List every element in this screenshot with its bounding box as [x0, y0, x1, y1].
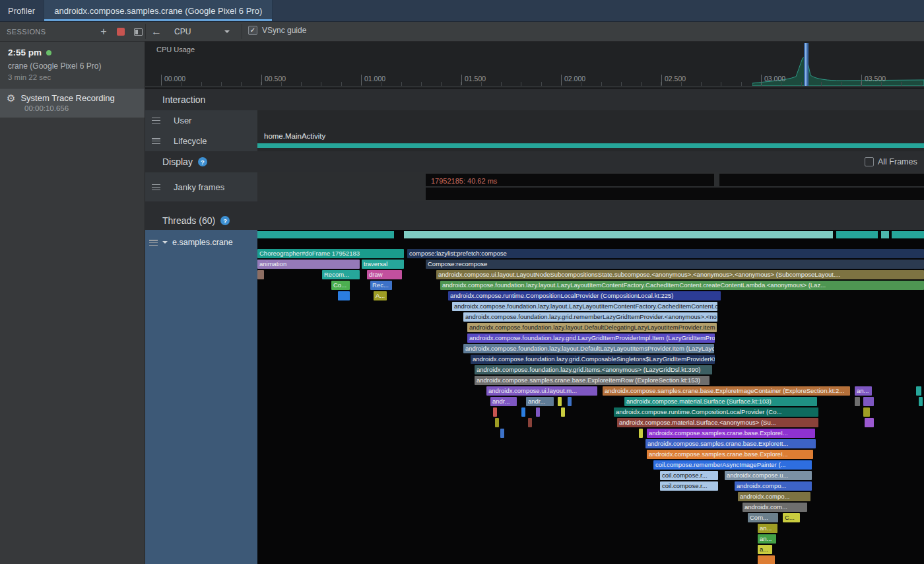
trace-span[interactable]: andr...: [490, 397, 517, 406]
help-icon[interactable]: ?: [220, 216, 230, 225]
trace-span[interactable]: coil.compose.r...: [660, 481, 718, 491]
trace-span[interactable]: draw: [367, 270, 402, 279]
trace-span[interactable]: androidx.compose.u...: [725, 471, 812, 480]
trace-span[interactable]: animation: [257, 260, 360, 269]
trace-span[interactable]: androidx.compose.foundation.lazy.grid.Co…: [471, 355, 715, 364]
trace-span[interactable]: [495, 418, 499, 427]
trace-span[interactable]: [561, 407, 565, 417]
help-icon[interactable]: ?: [198, 157, 207, 166]
vsync-guide-checkbox[interactable]: ✓ VSync guide: [248, 26, 306, 35]
add-session-button[interactable]: +: [96, 24, 111, 39]
thread-state-segment[interactable]: [836, 231, 878, 238]
lifecycle-track[interactable]: home.MainActivity: [257, 130, 924, 151]
trace-span[interactable]: [528, 418, 532, 427]
trace-span[interactable]: androidx.compose.foundation.lazy.layout.…: [463, 344, 714, 353]
trace-span[interactable]: Compose:recompose: [426, 260, 924, 269]
trace-span[interactable]: androidx.compose.samples.crane.base.Expl…: [647, 450, 813, 459]
expand-caret-icon[interactable]: [162, 241, 168, 246]
trace-recording-item[interactable]: ⚙ System Trace Recording 00:00:10.656: [0, 88, 145, 118]
trace-span[interactable]: androidx.compose.runtime.CompositionLoca…: [614, 407, 818, 417]
trace-span[interactable]: [863, 397, 874, 406]
janky-frames-track[interactable]: 17952185: 40.62 ms: [257, 172, 924, 201]
trace-span[interactable]: Recom...: [322, 270, 360, 279]
trace-span[interactable]: androidx.compose.foundation.lazy.layout.…: [467, 323, 717, 332]
trace-span[interactable]: androidx.compose.samples.crane.base.Expl…: [475, 376, 710, 385]
all-frames-checkbox[interactable]: All Frames: [865, 157, 917, 166]
trace-span[interactable]: androidx.compose.samples.crane.base.Expl…: [647, 429, 815, 438]
trace-span[interactable]: a...: [758, 545, 772, 554]
drag-handle-icon[interactable]: [152, 184, 160, 190]
thread-state-segment[interactable]: [881, 231, 889, 238]
trace-span[interactable]: coil.compose.rememberAsyncImagePainter (…: [653, 460, 812, 470]
profiler-mode-select[interactable]: CPU: [168, 24, 236, 40]
trace-span[interactable]: A...: [374, 291, 387, 300]
trace-span[interactable]: [558, 397, 562, 406]
trace-span[interactable]: [257, 270, 264, 279]
trace-span[interactable]: [863, 407, 870, 417]
thread-state-segment[interactable]: [404, 231, 833, 238]
trace-span[interactable]: [521, 407, 525, 417]
cpu-usage-track[interactable]: CPU Usage 00.00000.50001.00001.50002.000…: [145, 42, 924, 89]
user-track[interactable]: [257, 110, 924, 130]
frame-bar[interactable]: [719, 174, 924, 186]
trace-span[interactable]: androidx.compo...: [738, 492, 810, 501]
flame-chart[interactable]: Choreographer#doFrame 17952183compose:la…: [257, 230, 924, 564]
trace-span[interactable]: [919, 397, 923, 406]
drag-handle-icon[interactable]: [152, 138, 160, 144]
section-threads[interactable]: Threads (60) ?: [145, 211, 924, 230]
back-button[interactable]: ←: [149, 24, 164, 39]
stop-recording-button[interactable]: [114, 24, 128, 39]
trace-span[interactable]: [536, 407, 540, 417]
thread-state-segment[interactable]: [257, 231, 394, 238]
trace-span[interactable]: androidx.compose.runtime.CompositionLoca…: [448, 291, 721, 300]
trace-span[interactable]: an...: [758, 534, 776, 544]
drag-handle-icon[interactable]: [152, 118, 160, 123]
trace-span[interactable]: androidx.compose.samples.crane.base.Expl…: [645, 439, 816, 448]
trace-span[interactable]: [865, 418, 874, 427]
trace-span[interactable]: androidx.compose.ui.layout.LayoutNodeSub…: [436, 270, 924, 279]
trace-span[interactable]: [493, 407, 497, 417]
trace-span[interactable]: [758, 555, 775, 564]
thread-state-segment[interactable]: [892, 231, 924, 238]
frame-bar[interactable]: [426, 188, 924, 200]
trace-span[interactable]: [568, 397, 572, 406]
trace-span[interactable]: androidx.compose.foundation.lazy.grid.La…: [467, 334, 715, 343]
trace-span[interactable]: Rec...: [370, 281, 392, 290]
trace-span[interactable]: androidx.compose.ui.layout.m...: [486, 386, 597, 396]
trace-span[interactable]: Co...: [331, 281, 350, 290]
trace-span[interactable]: coil.compose.r...: [660, 471, 718, 480]
trace-span[interactable]: androidx.compose.foundation.lazy.layout.…: [452, 302, 717, 311]
trace-span[interactable]: [639, 429, 643, 438]
trace-span[interactable]: Choreographer#doFrame 17952183: [257, 249, 404, 258]
trace-span[interactable]: [855, 397, 860, 406]
trace-span[interactable]: androidx.compose.foundation.lazy.layout.…: [440, 281, 924, 290]
trace-span[interactable]: Com...: [748, 513, 778, 522]
trace-span[interactable]: androidx.compose.material.Surface (Surfa…: [624, 397, 817, 406]
section-display[interactable]: Display ? All Frames: [145, 151, 924, 172]
section-interaction[interactable]: Interaction: [145, 89, 924, 110]
session-entry[interactable]: 2:55 pm crane (Google Pixel 6 Pro) 3 min…: [0, 42, 145, 88]
trace-span[interactable]: androidx.compose.samples.crane.base.Expl…: [603, 386, 850, 396]
trace-span[interactable]: [500, 429, 504, 438]
track-label-janky-frames[interactable]: Janky frames: [145, 172, 257, 201]
trace-span[interactable]: an...: [758, 524, 777, 533]
trace-span[interactable]: compose:lazylist:prefetch:compose: [407, 249, 924, 258]
trace-span[interactable]: [338, 291, 350, 300]
time-ruler[interactable]: 00.00000.50001.00001.50002.00002.50003.0…: [145, 42, 924, 88]
trace-span[interactable]: traversal: [362, 260, 404, 269]
session-tab[interactable]: androidx.compose.samples.crane (Google P…: [44, 0, 273, 21]
drag-handle-icon[interactable]: [149, 240, 158, 246]
thread-row-main[interactable]: e.samples.crane: [149, 238, 253, 247]
trace-span[interactable]: [916, 386, 921, 396]
track-label-lifecycle[interactable]: Lifecycle: [145, 130, 257, 151]
trace-span[interactable]: C...: [783, 513, 800, 522]
trace-span[interactable]: androidx.compose.foundation.lazy.grid.it…: [475, 365, 712, 374]
trace-span[interactable]: an...: [855, 386, 872, 396]
trace-span[interactable]: andr...: [526, 397, 554, 406]
trace-span[interactable]: androidx.com...: [742, 503, 807, 512]
collapse-panel-button[interactable]: [131, 24, 145, 39]
trace-span[interactable]: androidx.compose.material.Surface.<anony…: [617, 418, 818, 427]
trace-span[interactable]: androidx.compose.foundation.lazy.grid.re…: [463, 312, 717, 322]
lifecycle-event-bar[interactable]: [257, 143, 924, 148]
trace-span[interactable]: androidx.compo...: [735, 481, 812, 491]
